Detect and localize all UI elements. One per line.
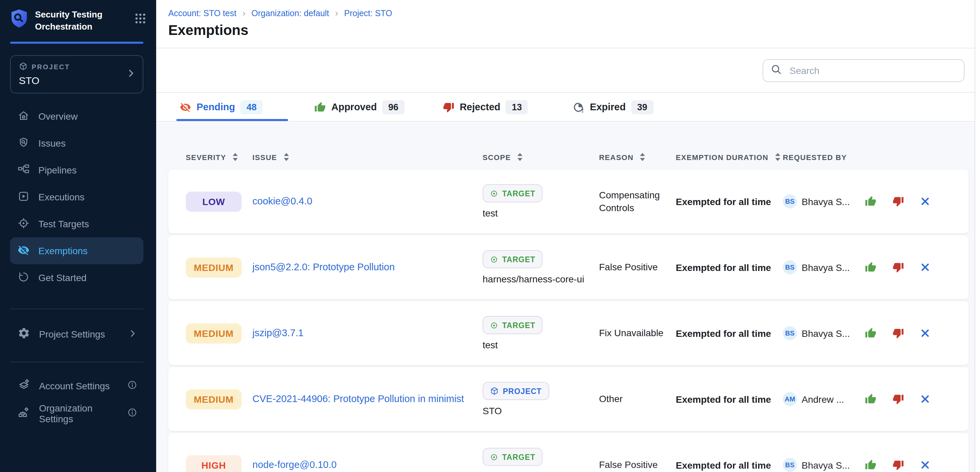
severity-badge: MEDIUM xyxy=(186,323,242,343)
severity-badge: HIGH xyxy=(186,455,242,472)
approve-button[interactable] xyxy=(865,328,877,339)
sort-icon[interactable] xyxy=(775,153,780,162)
search-icon xyxy=(771,63,782,78)
tab-label: Expired xyxy=(590,101,625,112)
column-header-severity: SEVERITY xyxy=(186,153,252,162)
issue-link[interactable]: json5@2.2.0: Prototype Pollution xyxy=(252,260,412,274)
breadcrumb-organization-link[interactable]: Organization: default xyxy=(251,9,329,18)
approve-button[interactable] xyxy=(865,459,877,470)
tab-approved[interactable]: Approved 96 xyxy=(314,93,404,121)
scope-chip: TARGET xyxy=(483,184,543,203)
chevron-separator-icon: › xyxy=(242,8,245,18)
cancel-exemption-button[interactable] xyxy=(920,262,930,272)
scope-chip: TARGET xyxy=(483,316,543,334)
sort-icon[interactable] xyxy=(640,153,646,162)
exemptions-table: SEVERITY ISSUE SCOPE REASON EXEMPTION DU… xyxy=(156,122,980,472)
requester-name: Bhavya S... xyxy=(802,262,850,272)
shield-search-icon xyxy=(18,136,30,150)
chevron-right-icon xyxy=(126,68,136,81)
sidebar-divider xyxy=(10,309,143,309)
app-window: Security Testing Orchestration PROJECT S… xyxy=(0,0,980,472)
requester-avatar: BS xyxy=(783,458,797,472)
table-row: MEDIUM jszip@3.7.1 TARGET test Fix Unava… xyxy=(168,301,969,365)
breadcrumb-project-link[interactable]: Project: STO xyxy=(344,9,392,18)
project-selector[interactable]: PROJECT STO xyxy=(10,55,143,93)
sidebar-item-executions[interactable]: Executions xyxy=(10,184,143,211)
column-header-exemption-duration: EXEMPTION DURATION xyxy=(676,153,783,162)
cancel-exemption-button[interactable] xyxy=(920,460,930,470)
main-content: Account: STO test › Organization: defaul… xyxy=(156,0,980,472)
pipelines-icon xyxy=(18,163,30,177)
issue-link[interactable]: jszip@3.7.1 xyxy=(252,326,321,340)
reason: Compensating Controls xyxy=(599,188,676,214)
breadcrumb: Account: STO test › Organization: defaul… xyxy=(168,9,980,18)
sidebar-item-label: Executions xyxy=(38,192,84,203)
sidebar-item-get-started[interactable]: Get Started xyxy=(10,264,143,291)
sidebar-item-label: Issues xyxy=(38,138,65,149)
sidebar-item-pipelines[interactable]: Pipelines xyxy=(10,157,143,184)
tab-pending[interactable]: Pending 48 xyxy=(180,93,262,121)
sidebar-item-overview[interactable]: Overview xyxy=(10,103,143,130)
breadcrumb-account-link[interactable]: Account: STO test xyxy=(168,9,236,18)
requester-avatar: BS xyxy=(783,194,797,208)
eye-off-icon xyxy=(180,101,191,112)
requester-avatar: BS xyxy=(783,326,797,340)
sort-icon[interactable] xyxy=(517,153,523,162)
sidebar: Security Testing Orchestration PROJECT S… xyxy=(0,0,156,472)
layers-gear-icon xyxy=(18,379,30,393)
tab-rejected[interactable]: Rejected 13 xyxy=(443,93,528,121)
issue-link[interactable]: node-forge@0.10.0 xyxy=(252,458,354,472)
sidebar-nav: Overview Issues Pipelines xyxy=(0,103,156,291)
table-row: MEDIUM json5@2.2.0: Prototype Pollution … xyxy=(168,235,969,299)
sidebar-item-project-settings[interactable]: Project Settings xyxy=(10,321,143,348)
sort-icon[interactable] xyxy=(283,153,289,162)
reject-button[interactable] xyxy=(892,459,904,470)
sidebar-item-exemptions[interactable]: Exemptions xyxy=(10,238,143,264)
reject-button[interactable] xyxy=(892,196,904,207)
tab-expired[interactable]: Expired 39 xyxy=(573,93,653,121)
page-header: Account: STO test › Organization: defaul… xyxy=(156,0,980,48)
cancel-exemption-button[interactable] xyxy=(920,196,930,206)
target-icon xyxy=(490,189,498,197)
sidebar-item-label: Pipelines xyxy=(38,165,77,176)
reject-button[interactable] xyxy=(892,393,904,405)
info-icon[interactable] xyxy=(127,380,137,392)
cancel-exemption-button[interactable] xyxy=(920,394,930,404)
sort-icon[interactable] xyxy=(232,153,238,162)
cancel-exemption-button[interactable] xyxy=(920,328,930,338)
issue-link[interactable]: cookie@0.4.0 xyxy=(252,194,330,208)
app-grid-menu-icon[interactable] xyxy=(135,13,146,27)
project-cube-icon xyxy=(490,386,499,395)
exemption-duration: Exempted for all time xyxy=(676,262,783,272)
app-title: Security Testing Orchestration xyxy=(35,9,116,32)
scope-chip: PROJECT xyxy=(483,382,549,400)
app-logo-shield-icon xyxy=(10,9,28,31)
info-icon[interactable] xyxy=(127,407,137,420)
approve-button[interactable] xyxy=(865,261,877,273)
reject-button[interactable] xyxy=(892,328,904,339)
brand-accent-divider xyxy=(10,42,143,44)
exemption-duration: Exempted for all time xyxy=(676,196,783,207)
gear-icon xyxy=(18,327,30,342)
reject-button[interactable] xyxy=(892,261,904,273)
search-box xyxy=(763,59,964,82)
issue-link[interactable]: CVE-2021-44906: Prototype Pollution in m… xyxy=(252,392,482,406)
approve-button[interactable] xyxy=(865,393,877,405)
table-body: LOW cookie@0.4.0 TARGET test Compensatin… xyxy=(168,169,969,472)
scope-chip: TARGET xyxy=(483,448,543,466)
requester-name: Bhavya S... xyxy=(802,328,850,339)
approve-button[interactable] xyxy=(865,196,877,207)
severity-badge: MEDIUM xyxy=(186,389,242,409)
search-input[interactable] xyxy=(788,65,956,77)
sidebar-item-label: Get Started xyxy=(38,272,86,283)
org-gear-icon xyxy=(18,406,30,421)
scope-type-label: TARGET xyxy=(502,321,535,329)
tab-label: Approved xyxy=(331,101,377,112)
target-icon xyxy=(490,321,498,329)
sidebar-item-test-targets[interactable]: Test Targets xyxy=(10,211,143,238)
sidebar-item-organization-settings[interactable]: Organization Settings xyxy=(10,400,143,427)
severity-badge: MEDIUM xyxy=(186,257,242,277)
sidebar-item-issues[interactable]: Issues xyxy=(10,130,143,157)
vertical-scrollbar[interactable] xyxy=(975,0,980,472)
sidebar-item-account-settings[interactable]: Account Settings xyxy=(10,372,143,399)
